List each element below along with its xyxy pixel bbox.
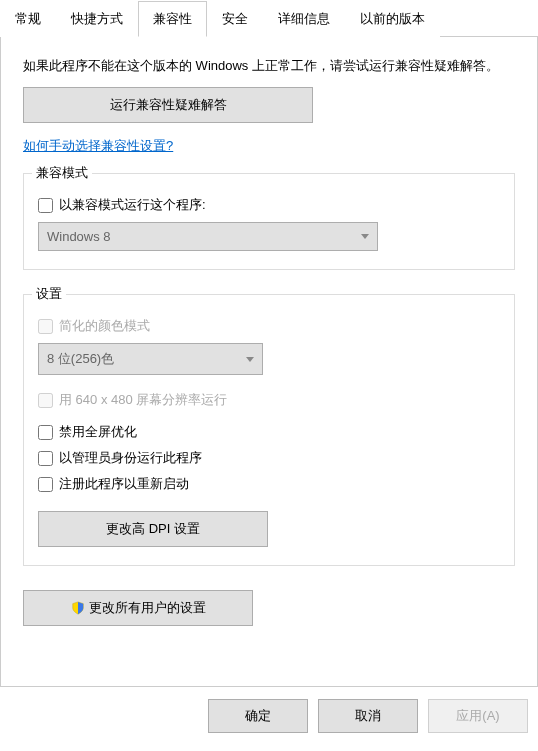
run-as-admin-checkbox[interactable] xyxy=(38,451,53,466)
resolution-640x480-checkbox xyxy=(38,393,53,408)
change-dpi-button[interactable]: 更改高 DPI 设置 xyxy=(38,511,268,547)
tab-compatibility[interactable]: 兼容性 xyxy=(138,1,207,37)
manual-settings-link[interactable]: 如何手动选择兼容性设置? xyxy=(23,137,173,155)
compat-mode-value: Windows 8 xyxy=(47,229,111,244)
compat-mode-checkbox[interactable] xyxy=(38,198,53,213)
compat-mode-select[interactable]: Windows 8 xyxy=(38,222,378,251)
run-troubleshooter-button[interactable]: 运行兼容性疑难解答 xyxy=(23,87,313,123)
run-as-admin-label: 以管理员身份运行此程序 xyxy=(59,449,202,467)
change-all-users-button[interactable]: 更改所有用户的设置 xyxy=(23,590,253,626)
tab-bar: 常规 快捷方式 兼容性 安全 详细信息 以前的版本 xyxy=(0,0,538,37)
compatibility-mode-group: 兼容模式 以兼容模式运行这个程序: Windows 8 xyxy=(23,173,515,270)
ok-button[interactable]: 确定 xyxy=(208,699,308,733)
tab-previous-versions[interactable]: 以前的版本 xyxy=(345,1,440,37)
reduced-color-checkbox xyxy=(38,319,53,334)
register-restart-label: 注册此程序以重新启动 xyxy=(59,475,189,493)
dialog-footer: 确定 取消 应用(A) xyxy=(0,687,538,733)
apply-button[interactable]: 应用(A) xyxy=(428,699,528,733)
color-mode-value: 8 位(256)色 xyxy=(47,350,114,368)
tab-details[interactable]: 详细信息 xyxy=(263,1,345,37)
register-restart-checkbox[interactable] xyxy=(38,477,53,492)
cancel-button[interactable]: 取消 xyxy=(318,699,418,733)
resolution-640x480-label: 用 640 x 480 屏幕分辨率运行 xyxy=(59,391,227,409)
settings-group: 设置 简化的颜色模式 8 位(256)色 用 640 x 480 屏幕分辨率运行… xyxy=(23,294,515,566)
compatibility-mode-title: 兼容模式 xyxy=(32,164,92,182)
chevron-down-icon xyxy=(246,357,254,362)
tab-shortcut[interactable]: 快捷方式 xyxy=(56,1,138,37)
compatibility-panel: 如果此程序不能在这个版本的 Windows 上正常工作，请尝试运行兼容性疑难解答… xyxy=(0,37,538,687)
change-all-users-label: 更改所有用户的设置 xyxy=(89,599,206,617)
disable-fullscreen-checkbox[interactable] xyxy=(38,425,53,440)
shield-icon xyxy=(71,601,85,615)
tab-general[interactable]: 常规 xyxy=(0,1,56,37)
settings-group-title: 设置 xyxy=(32,285,66,303)
reduced-color-label: 简化的颜色模式 xyxy=(59,317,150,335)
description-text: 如果此程序不能在这个版本的 Windows 上正常工作，请尝试运行兼容性疑难解答… xyxy=(23,55,515,77)
tab-security[interactable]: 安全 xyxy=(207,1,263,37)
color-mode-select: 8 位(256)色 xyxy=(38,343,263,375)
compat-mode-label: 以兼容模式运行这个程序: xyxy=(59,196,206,214)
chevron-down-icon xyxy=(361,234,369,239)
disable-fullscreen-label: 禁用全屏优化 xyxy=(59,423,137,441)
